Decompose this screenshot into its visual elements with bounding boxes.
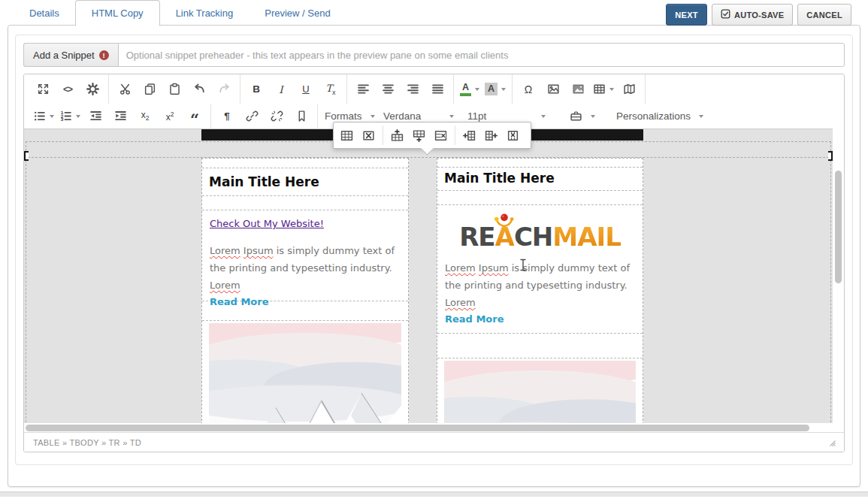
delete-row-button[interactable] bbox=[430, 125, 452, 146]
vertical-scrollbar-thumb[interactable] bbox=[835, 171, 842, 283]
numbered-list-button[interactable]: 123 bbox=[57, 106, 83, 127]
bold-button[interactable]: B bbox=[244, 79, 268, 100]
misspelled-word: Lorem bbox=[445, 297, 476, 308]
delete-column-icon bbox=[507, 129, 519, 142]
tab-preview-send[interactable]: Preview / Send bbox=[249, 1, 346, 26]
email-title[interactable]: Main Title Here bbox=[444, 171, 636, 186]
add-snippet-button[interactable]: Add a Snippet ! bbox=[23, 43, 118, 67]
horizontal-scrollbar-thumb[interactable] bbox=[26, 425, 809, 431]
tab-details[interactable]: Details bbox=[14, 1, 75, 26]
chevron-down-icon bbox=[591, 115, 595, 118]
fullscreen-button[interactable] bbox=[31, 79, 55, 100]
chevron-down-icon bbox=[50, 115, 54, 118]
background-color-button[interactable]: A bbox=[482, 79, 508, 100]
next-button[interactable]: NEXT bbox=[666, 4, 707, 26]
email-content-cell[interactable]: Check Out My Website! Lorem Ipsum is sim… bbox=[202, 210, 408, 301]
auto-save-button[interactable]: AUTO-SAVE bbox=[712, 4, 793, 26]
logo-text-mail: MAIL bbox=[552, 222, 620, 252]
email-spacer-cell[interactable] bbox=[437, 191, 643, 205]
insert-link-icon bbox=[246, 110, 259, 122]
email-spacer-cell[interactable] bbox=[437, 159, 643, 168]
anchor-button[interactable] bbox=[289, 106, 313, 127]
left-resize-marker[interactable] bbox=[24, 151, 29, 161]
align-right-button[interactable] bbox=[401, 79, 425, 100]
settings-button[interactable] bbox=[80, 79, 104, 100]
toolbox-dropdown[interactable] bbox=[563, 106, 602, 127]
mountain-image[interactable] bbox=[444, 361, 636, 423]
email-spacer-cell[interactable] bbox=[202, 301, 408, 321]
toolbar-group: 123x2x2“ bbox=[27, 104, 211, 129]
email-spacer-cell[interactable] bbox=[202, 196, 408, 210]
image-library-button[interactable] bbox=[566, 79, 590, 100]
email-title-cell[interactable]: Main Title Here bbox=[202, 168, 408, 196]
blockquote-button[interactable]: “ bbox=[183, 106, 207, 127]
paragraph-button[interactable]: ¶ bbox=[215, 106, 239, 127]
special-character-button[interactable]: Ω bbox=[516, 79, 540, 100]
email-column-right[interactable]: Main Title Here REA CHMA bbox=[437, 158, 643, 423]
insert-link-button[interactable] bbox=[240, 106, 264, 127]
email-link[interactable]: Check Out My Website! bbox=[210, 218, 324, 229]
undo-button[interactable] bbox=[187, 79, 211, 100]
email-canvas[interactable]: Main Title Here Check Out My Website! Lo… bbox=[24, 129, 833, 423]
map-button[interactable] bbox=[617, 79, 641, 100]
clear-formatting-button[interactable]: Tx bbox=[319, 79, 343, 100]
email-title-cell[interactable]: Main Title Here bbox=[437, 168, 643, 191]
email-spacer-cell[interactable] bbox=[437, 334, 643, 358]
snippet-row: Add a Snippet ! bbox=[23, 43, 845, 67]
chevron-down-icon bbox=[501, 88, 506, 91]
delete-table-button[interactable] bbox=[358, 125, 380, 146]
insert-column-before-button[interactable] bbox=[458, 125, 480, 146]
mountain-image[interactable] bbox=[209, 323, 401, 423]
resize-handle-icon[interactable] bbox=[827, 437, 836, 447]
table-context-toolbar bbox=[333, 122, 531, 149]
reachmail-logo[interactable]: REA CHMAIL bbox=[459, 224, 621, 250]
insert-row-above-button[interactable] bbox=[386, 125, 408, 146]
undo-icon bbox=[193, 83, 206, 95]
misspelled-word: Ipsum bbox=[243, 245, 274, 256]
tab-html-copy[interactable]: HTML Copy bbox=[75, 0, 160, 26]
paste-button[interactable] bbox=[162, 79, 186, 100]
align-justify-button[interactable] bbox=[425, 79, 449, 100]
italic-button[interactable]: I bbox=[269, 79, 293, 100]
tab-link-tracking[interactable]: Link Tracking bbox=[160, 1, 250, 26]
outdent-button[interactable] bbox=[83, 106, 107, 127]
outdent-icon bbox=[89, 110, 102, 122]
vertical-scrollbar[interactable] bbox=[833, 129, 844, 423]
redo-button[interactable] bbox=[212, 79, 236, 100]
superscript-button[interactable]: x2 bbox=[158, 106, 182, 127]
table-properties-button[interactable] bbox=[336, 125, 358, 146]
email-spacer-cell[interactable] bbox=[202, 159, 408, 168]
remove-link-button[interactable] bbox=[265, 106, 289, 127]
personalizations-dropdown[interactable]: Personalizations bbox=[609, 106, 710, 127]
read-more-link[interactable]: Read More bbox=[445, 313, 635, 325]
text-color-button[interactable]: A bbox=[458, 79, 482, 100]
delete-column-button[interactable] bbox=[502, 125, 524, 146]
cut-button[interactable] bbox=[113, 79, 137, 100]
align-center-button[interactable] bbox=[376, 79, 400, 100]
insert-column-before-icon bbox=[463, 129, 476, 142]
snippet-preheader-input[interactable] bbox=[118, 43, 845, 67]
email-image-cell[interactable] bbox=[202, 321, 408, 423]
toolbar-group bbox=[347, 74, 454, 104]
email-paragraph[interactable]: Lorem Ipsum is simply dummy text of the … bbox=[445, 260, 635, 311]
table-button[interactable] bbox=[591, 79, 616, 100]
email-image-cell[interactable] bbox=[437, 358, 643, 423]
email-content-cell[interactable]: REA CHMAIL Lorem Ipsum is simply dummy t… bbox=[437, 205, 643, 334]
bullet-list-button[interactable] bbox=[31, 106, 56, 127]
indent-button[interactable] bbox=[108, 106, 132, 127]
insert-column-after-button[interactable] bbox=[480, 125, 502, 146]
email-paragraph[interactable]: Lorem Ipsum is simply dummy text of the … bbox=[210, 243, 401, 294]
email-title[interactable]: Main Title Here bbox=[209, 174, 401, 189]
bullet-list-icon bbox=[33, 110, 46, 122]
underline-button[interactable]: U bbox=[294, 79, 318, 100]
insert-row-below-button[interactable] bbox=[408, 125, 430, 146]
source-code-button[interactable]: <> bbox=[56, 79, 80, 100]
insert-image-button[interactable] bbox=[541, 79, 565, 100]
copy-button[interactable] bbox=[138, 79, 162, 100]
cancel-button[interactable]: CANCEL bbox=[797, 4, 851, 26]
align-left-button[interactable] bbox=[351, 79, 375, 100]
bold-icon: B bbox=[253, 83, 260, 95]
chevron-down-icon bbox=[541, 115, 546, 118]
subscript-button[interactable]: x2 bbox=[133, 106, 157, 127]
email-column-left[interactable]: Main Title Here Check Out My Website! Lo… bbox=[201, 158, 409, 423]
